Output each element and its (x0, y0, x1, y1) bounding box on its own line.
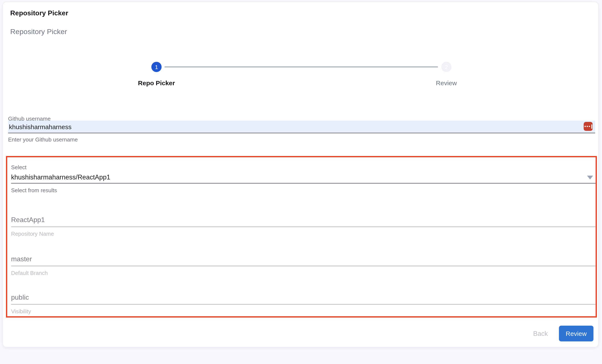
default-branch-label: Default Branch (11, 270, 48, 276)
step-2-label: Review (404, 79, 489, 86)
repository-name-label: Repository Name (11, 231, 54, 237)
stepper-connector-line (165, 66, 438, 67)
default-branch-value[interactable]: master (11, 255, 596, 266)
repository-name-value[interactable]: ReactApp1 (11, 216, 596, 227)
footer-actions: Back Review (533, 326, 593, 342)
github-username-helper: Enter your Github username (8, 136, 78, 143)
step-2-number: 2 (445, 64, 448, 70)
chevron-down-icon (587, 176, 593, 180)
repository-picker-page: Repository Picker Repository Picker 1 2 … (0, 0, 602, 364)
step-1-label: Repo Picker (114, 79, 199, 86)
autofill-cursor-bar (591, 124, 592, 128)
repo-select-value: khushisharmaharness/ReactApp1 (11, 171, 596, 183)
visibility-value[interactable]: public (11, 294, 596, 305)
page-title: Repository Picker (10, 9, 68, 17)
repository-picker-card: Repository Picker Repository Picker 1 2 … (2, 2, 599, 347)
autofill-dot (589, 126, 590, 127)
github-username-input[interactable] (8, 121, 595, 133)
visibility-label: Visibility (11, 308, 31, 315)
repo-select-dropdown[interactable]: khushisharmaharness/ReactApp1 (11, 171, 596, 184)
step-1-number: 1 (155, 64, 158, 70)
autofill-dot (586, 126, 588, 127)
repo-select-helper: Select from results (11, 187, 57, 193)
repo-select-label: Select (11, 164, 26, 171)
review-button[interactable]: Review (559, 326, 593, 342)
page-subtitle: Repository Picker (10, 28, 67, 36)
step-1-indicator[interactable]: 1 (151, 62, 161, 72)
back-button[interactable]: Back (533, 330, 548, 337)
step-2-indicator[interactable]: 2 (441, 62, 452, 72)
repo-details-highlight-box: Select khushisharmaharness/ReactApp1 Sel… (6, 156, 597, 318)
password-manager-autofill-icon[interactable] (584, 122, 593, 131)
autofill-dot (584, 126, 586, 127)
